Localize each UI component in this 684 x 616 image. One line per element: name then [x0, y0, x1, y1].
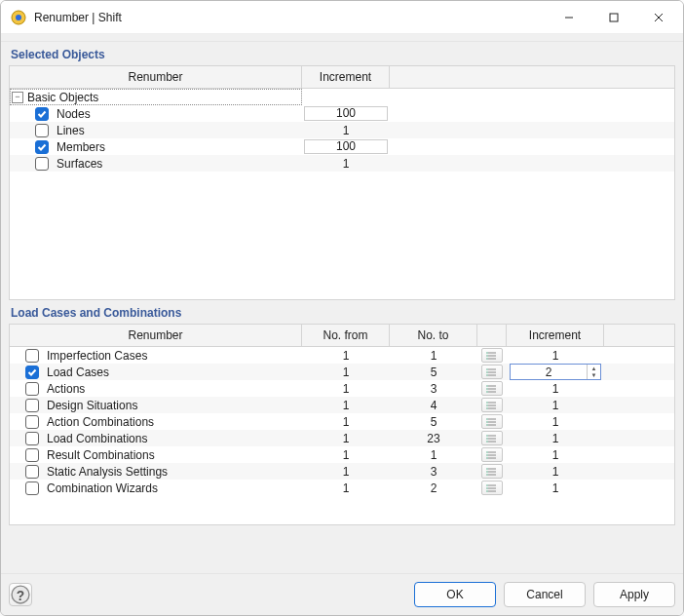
- increment-value: 1: [552, 465, 559, 479]
- window-title: Renumber | Shift: [34, 11, 122, 24]
- svg-point-12: [486, 358, 488, 360]
- svg-point-31: [486, 402, 488, 404]
- no-from[interactable]: 1: [302, 382, 390, 396]
- select-list-icon[interactable]: [481, 447, 503, 462]
- svg-point-33: [486, 407, 488, 409]
- increment-spinner[interactable]: 2▲▼: [510, 364, 601, 380]
- no-to[interactable]: 3: [390, 382, 477, 396]
- svg-point-54: [486, 457, 488, 459]
- no-to[interactable]: 1: [390, 349, 477, 363]
- increment-value: 1: [552, 382, 559, 396]
- loadcase-row: Action Combinations 1 5 1: [10, 413, 674, 430]
- cancel-button[interactable]: Cancel: [504, 582, 586, 607]
- spin-down-icon[interactable]: ▼: [588, 372, 600, 380]
- no-from[interactable]: 1: [302, 415, 390, 429]
- no-to[interactable]: 3: [390, 465, 477, 479]
- loadcase-label: Design Situations: [45, 399, 137, 412]
- loadcase-label: Combination Wizards: [45, 481, 158, 495]
- object-row: Surfaces 1: [10, 155, 674, 172]
- object-label: Nodes: [55, 107, 91, 121]
- object-label: Members: [55, 140, 105, 154]
- loadcase-label: Static Analysis Settings: [45, 465, 168, 479]
- checkbox[interactable]: [25, 382, 39, 396]
- selected-objects-panel: Renumber Increment − Basic Objects Nodes…: [9, 65, 675, 300]
- collapse-icon[interactable]: −: [12, 92, 23, 103]
- checkbox[interactable]: [25, 432, 39, 445]
- increment-value: 1: [552, 399, 559, 412]
- ok-button[interactable]: OK: [414, 582, 496, 607]
- svg-point-32: [486, 404, 488, 406]
- selected-objects-tree[interactable]: − Basic Objects Nodes 100 Lines 1 Member…: [10, 89, 674, 299]
- checkbox[interactable]: [25, 366, 39, 379]
- checkbox[interactable]: [25, 415, 39, 429]
- help-button[interactable]: ?: [9, 583, 32, 606]
- load-cases-grid[interactable]: Imperfection Cases 1 1 1 Load Cases 1 5 …: [10, 347, 674, 524]
- col2-picker: [477, 325, 507, 346]
- select-list-icon[interactable]: [481, 414, 503, 429]
- group-basic-objects[interactable]: − Basic Objects: [10, 89, 302, 105]
- increment-input[interactable]: 100: [304, 139, 388, 154]
- increment-value: 1: [552, 415, 559, 429]
- svg-point-39: [486, 421, 488, 423]
- svg-text:?: ?: [17, 589, 24, 603]
- checkbox[interactable]: [35, 107, 49, 121]
- loadcase-label: Load Cases: [45, 366, 109, 379]
- no-to[interactable]: 5: [390, 415, 477, 429]
- col2-increment[interactable]: Increment: [507, 325, 604, 346]
- no-to[interactable]: 23: [390, 432, 477, 445]
- no-to[interactable]: 2: [390, 481, 477, 495]
- close-button[interactable]: [636, 3, 681, 32]
- select-list-icon[interactable]: [481, 398, 503, 412]
- load-cases-panel: Renumber No. from No. to Increment Imper…: [9, 324, 675, 525]
- dialog-footer: ? OK Cancel Apply: [1, 573, 683, 615]
- no-from[interactable]: 1: [302, 481, 390, 495]
- increment-value: 1: [552, 349, 559, 363]
- loadcase-row: Static Analysis Settings 1 3 1: [10, 463, 674, 480]
- svg-point-19: [486, 374, 488, 376]
- col2-to[interactable]: No. to: [390, 325, 477, 346]
- svg-point-59: [486, 468, 488, 470]
- spin-up-icon[interactable]: ▲: [588, 365, 600, 372]
- no-from[interactable]: 1: [302, 399, 390, 412]
- no-to[interactable]: 4: [390, 399, 477, 412]
- no-from[interactable]: 1: [302, 349, 390, 363]
- loadcase-row: Design Situations 1 4 1: [10, 397, 674, 413]
- checkbox[interactable]: [25, 481, 39, 495]
- group-label: Basic Objects: [27, 91, 98, 104]
- no-from[interactable]: 1: [302, 448, 390, 462]
- col-increment[interactable]: Increment: [302, 66, 390, 88]
- svg-point-17: [486, 368, 488, 370]
- checkbox[interactable]: [35, 124, 49, 137]
- no-from[interactable]: 1: [302, 465, 390, 479]
- no-to[interactable]: 1: [390, 448, 477, 462]
- checkbox[interactable]: [25, 465, 39, 479]
- select-list-icon[interactable]: [481, 481, 503, 495]
- checkbox[interactable]: [35, 157, 49, 171]
- select-list-icon[interactable]: [481, 365, 503, 379]
- col2-from[interactable]: No. from: [302, 325, 390, 346]
- no-from[interactable]: 1: [302, 366, 390, 379]
- svg-point-61: [486, 474, 488, 476]
- select-list-icon[interactable]: [481, 431, 503, 445]
- app-icon: [11, 10, 26, 25]
- checkbox[interactable]: [25, 399, 39, 412]
- checkbox[interactable]: [25, 448, 39, 462]
- increment-input[interactable]: 100: [304, 106, 388, 121]
- checkbox[interactable]: [25, 349, 39, 363]
- svg-point-60: [486, 471, 488, 473]
- svg-point-40: [486, 424, 488, 426]
- no-to[interactable]: 5: [390, 366, 477, 379]
- no-from[interactable]: 1: [302, 432, 390, 445]
- select-list-icon[interactable]: [481, 381, 503, 396]
- svg-point-11: [486, 355, 488, 357]
- loadcase-label: Action Combinations: [45, 415, 154, 429]
- col2-renumber[interactable]: Renumber: [10, 325, 302, 346]
- minimize-button[interactable]: [547, 3, 591, 32]
- col-renumber[interactable]: Renumber: [10, 66, 302, 88]
- select-list-icon[interactable]: [481, 348, 503, 363]
- apply-button[interactable]: Apply: [593, 582, 675, 607]
- select-list-icon[interactable]: [481, 464, 503, 479]
- checkbox[interactable]: [35, 140, 49, 154]
- object-label: Surfaces: [55, 157, 102, 171]
- maximize-button[interactable]: [591, 3, 636, 32]
